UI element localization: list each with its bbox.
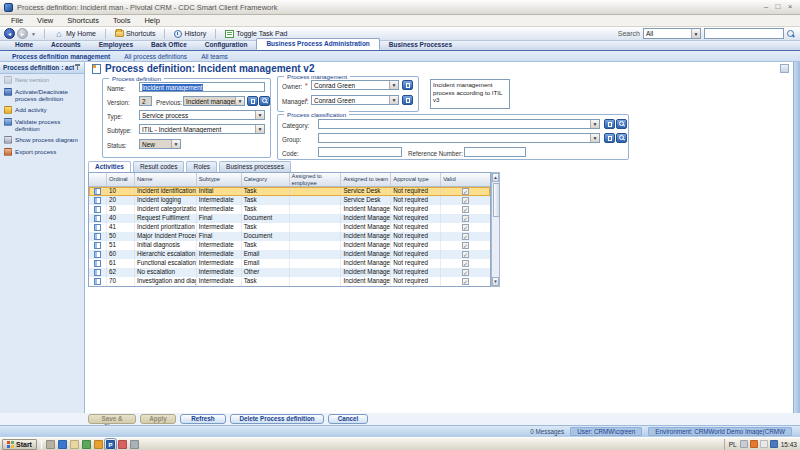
open-record-icon[interactable] [247, 96, 258, 106]
subtype-select[interactable]: ITIL - Incident Management ▼ [139, 124, 265, 134]
nav-dropdown-icon[interactable]: ▼ [31, 31, 36, 37]
main-tab[interactable]: Business Processes [380, 40, 461, 50]
status-environment[interactable]: Environment: CRMWorld Demo Image(CRMW [648, 427, 792, 436]
close-icon[interactable]: × [784, 2, 796, 12]
back-icon[interactable]: ◄ [4, 28, 15, 39]
table-row[interactable]: 10 Incident identification Initial Task … [89, 187, 490, 196]
sidebar-action-item[interactable]: Export process [0, 146, 84, 158]
column-header-valid[interactable]: Valid [441, 173, 490, 186]
main-tab[interactable]: Back Office [142, 40, 196, 50]
maximize-icon[interactable]: □ [772, 2, 784, 12]
column-header-assigned-to-team[interactable]: Assigned to team [341, 173, 391, 186]
quicklaunch-icon-printer[interactable] [46, 440, 55, 449]
column-header-approval-type[interactable]: Approval type [391, 173, 441, 186]
table-row[interactable]: 50 Major Incident Procedure Final Docume… [89, 232, 490, 241]
sub-tab[interactable]: All teams [194, 53, 235, 60]
activity-tab[interactable]: Roles [186, 161, 217, 172]
table-row[interactable]: 30 Incident categorization Intermediate … [89, 205, 490, 214]
quicklaunch-icon-browser[interactable] [58, 440, 67, 449]
search-input[interactable] [704, 28, 784, 39]
pin-icon[interactable] [74, 64, 81, 71]
cancel-button[interactable]: Cancel [328, 414, 368, 424]
table-row[interactable]: 60 Hierarchic escalation Intermediate Em… [89, 250, 490, 259]
dropdown-arrow-icon[interactable]: ▼ [171, 140, 180, 148]
scrollbar-thumb[interactable] [493, 183, 500, 217]
sidebar-action-item[interactable]: New version [0, 74, 84, 86]
dropdown-arrow-icon[interactable]: ▼ [691, 29, 700, 38]
main-tab[interactable]: Business Process Administration [256, 38, 379, 50]
taskbar-app-document[interactable] [118, 440, 127, 449]
sub-tab[interactable]: Process definition management [5, 53, 117, 60]
code-field[interactable] [318, 147, 402, 157]
dropdown-arrow-icon[interactable]: ▼ [235, 97, 244, 105]
toggle-task-pad-button[interactable]: Toggle Task Pad [220, 30, 292, 38]
type-select[interactable]: Service process ▼ [139, 110, 265, 120]
shortcuts-button[interactable]: Shortcuts [110, 30, 161, 37]
taskbar-app-pivotal[interactable]: P [106, 440, 115, 449]
owner-select[interactable]: Conrad Green ▼ [311, 80, 399, 90]
sub-tab[interactable]: All process definitions [117, 53, 194, 60]
language-indicator[interactable]: PL [729, 441, 737, 448]
group-select[interactable]: ▼ [318, 133, 600, 143]
process-description-field[interactable]: Incident management process according to… [430, 79, 510, 109]
search-icon[interactable] [787, 30, 795, 38]
history-button[interactable]: History [169, 30, 211, 38]
table-row[interactable]: 20 Incident logging Intermediate Task Se… [89, 196, 490, 205]
refresh-button[interactable]: Refresh [180, 414, 226, 424]
table-row[interactable]: 51 Initial diagnosis Intermediate Task I… [89, 241, 490, 250]
apply-button[interactable]: Apply [140, 414, 176, 424]
sidebar-action-item[interactable]: Activate/Deactivate process definition [0, 86, 84, 104]
menu-item[interactable]: Help [137, 15, 166, 26]
menu-item[interactable]: Shortcuts [60, 15, 106, 26]
menu-item[interactable]: File [4, 15, 30, 26]
tray-icon-network[interactable] [740, 440, 748, 448]
quicklaunch-icon-media[interactable] [82, 440, 91, 449]
main-tab[interactable]: Configuration [196, 40, 257, 50]
main-tab[interactable]: Accounts [42, 40, 90, 50]
search-scope-select[interactable]: All ▼ [643, 28, 701, 39]
category-select[interactable]: ▼ [318, 119, 600, 129]
previous-select[interactable]: Incident management v1 ▼ [183, 96, 245, 106]
menu-item[interactable]: Tools [106, 15, 138, 26]
quicklaunch-icon-folder[interactable] [70, 440, 79, 449]
column-header-category[interactable]: Category [242, 173, 290, 186]
main-tab[interactable]: Employees [90, 40, 142, 50]
table-row[interactable]: 70 Investigation and diagnosis Intermedi… [89, 277, 490, 286]
dropdown-arrow-icon[interactable]: ▼ [389, 96, 398, 104]
column-header-assigned-to-employee[interactable]: Assigned to employee [290, 173, 342, 186]
dropdown-arrow-icon[interactable]: ▼ [255, 111, 264, 119]
save-close-button[interactable]: Save & Close [88, 414, 136, 424]
tray-icon-volume[interactable] [760, 440, 768, 448]
dropdown-arrow-icon[interactable]: ▼ [255, 125, 264, 133]
activity-tab[interactable]: Business processes [219, 161, 291, 172]
reference-number-field[interactable] [464, 147, 526, 157]
status-user[interactable]: User: CRMW\cgreen [570, 427, 642, 436]
dropdown-arrow-icon[interactable]: ▼ [590, 134, 599, 142]
minimize-icon[interactable]: – [760, 2, 772, 12]
scroll-down-icon[interactable]: ▼ [492, 277, 499, 286]
owner-open-record-icon[interactable] [402, 80, 413, 90]
lookup-icon[interactable] [259, 96, 270, 106]
scroll-up-icon[interactable]: ▲ [492, 173, 499, 182]
column-header-name[interactable]: Name [135, 173, 197, 186]
manager-select[interactable]: Conrad Green ▼ [311, 95, 399, 105]
main-tab[interactable]: Home [6, 40, 42, 50]
my-home-button[interactable]: ⌂ My Home [49, 29, 101, 39]
quicklaunch-icon-mail[interactable] [94, 440, 103, 449]
name-field[interactable]: Incident management [139, 82, 265, 92]
manager-open-record-icon[interactable] [402, 95, 413, 105]
menu-item[interactable]: View [30, 15, 60, 26]
forward-icon[interactable]: ► [17, 28, 28, 39]
table-scrollbar[interactable]: ▲ ▼ [491, 172, 500, 287]
tray-icon-app[interactable] [770, 440, 778, 448]
table-row[interactable]: 61 Functional escalation Intermediate Em… [89, 259, 490, 268]
category-lookup-icon[interactable] [616, 119, 627, 129]
tray-icon-alert[interactable] [750, 440, 758, 448]
column-header-subtype[interactable]: Subtype [197, 173, 242, 186]
delete-process-definition-button[interactable]: Delete Process definition [230, 414, 324, 424]
table-row[interactable]: 41 Incident prioritization Intermediate … [89, 223, 490, 232]
panel-toggle-icon[interactable] [780, 64, 789, 73]
taskbar-app-other[interactable] [130, 440, 139, 449]
column-header-ordinal[interactable]: Ordinal [107, 173, 135, 186]
table-row[interactable]: 62 No escalation Intermediate Other Inci… [89, 268, 490, 277]
